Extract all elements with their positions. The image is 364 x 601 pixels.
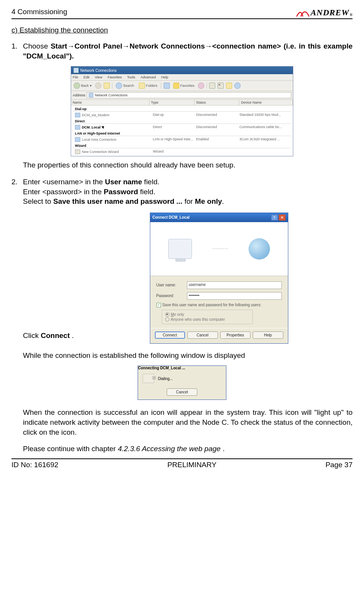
save-scope-group: Me only Anyone who uses this computer: [162, 310, 253, 324]
connection-icon: [75, 125, 80, 130]
username-input[interactable]: username: [187, 281, 282, 289]
address-input[interactable]: Network Connections: [87, 92, 291, 98]
while-connecting-text: While the connection is established the …: [11, 351, 353, 361]
menu-tools[interactable]: Tools: [127, 75, 135, 79]
menu-file[interactable]: File: [73, 75, 78, 79]
back-button[interactable]: Back ▾: [73, 82, 93, 89]
menu-edit[interactable]: Edit: [84, 75, 90, 79]
path-start: Start→Control Panel→Network Connections→…: [23, 42, 353, 60]
logo-trademark-icon: ®: [350, 13, 353, 17]
search-icon: [116, 83, 122, 89]
back-icon: [74, 83, 80, 89]
window-title: Network Connections: [80, 68, 117, 73]
properties-icon[interactable]: [226, 83, 232, 89]
section-heading: c) Establishing the connection: [11, 26, 353, 34]
menu-favorites[interactable]: Favorites: [107, 75, 122, 79]
chapter-label: 4 Commissioning: [11, 8, 67, 18]
save-credentials-checkbox[interactable]: ✓: [156, 303, 161, 307]
step-2: 2. Enter <username> in the User name fie…: [11, 177, 353, 206]
connection-row[interactable]: New Connection WizardWizard: [71, 148, 293, 154]
page-number: Page 37: [325, 461, 353, 469]
col-name[interactable]: Name: [71, 100, 150, 105]
connecting-cancel-button[interactable]: Cancel: [167, 388, 197, 396]
col-device[interactable]: Device Name: [239, 100, 293, 105]
step-number: 1.: [11, 41, 23, 61]
dialog-title: Connect DCM_Local: [153, 215, 190, 219]
step-2-body: Enter <username> in the User name field.…: [23, 177, 353, 206]
help-window-button[interactable]: ?: [271, 214, 278, 221]
network-connections-window: Network Connections File Edit View Favor…: [71, 66, 293, 156]
success-paragraph: When the connection is successful an ico…: [11, 408, 353, 437]
close-window-button[interactable]: ✕: [279, 214, 286, 221]
connect-button[interactable]: Connect: [155, 331, 185, 339]
connecting-title: Connecting DCM_Local ...: [138, 366, 185, 370]
address-label: Address: [73, 93, 85, 97]
col-type[interactable]: Type: [150, 100, 195, 105]
connection-row[interactable]: DCM_via_ModemDial-upDisconnectedStandard…: [71, 112, 293, 118]
radio-me-only[interactable]: [165, 312, 169, 317]
mouse-cursor-icon: [102, 125, 105, 129]
favorites-button[interactable]: Favorites: [172, 82, 196, 89]
modem-icon: [143, 374, 154, 383]
menu-bar[interactable]: File Edit View Favorites Tools Advanced …: [71, 74, 293, 81]
connecting-status: Dialing...: [158, 377, 173, 381]
connection-icon: [75, 137, 80, 142]
history-icon[interactable]: [198, 83, 204, 89]
connect-dialog: Connect DCM_Local ? ✕ User name: usernam…: [150, 213, 288, 344]
up-icon[interactable]: [104, 83, 110, 89]
connection-icon: [75, 113, 80, 117]
doc-id: ID No: 161692: [11, 461, 58, 469]
properties-button[interactable]: Properties: [220, 331, 251, 339]
dialog-hero-image: [150, 222, 288, 276]
group-heading: LAN or High-Speed Internet: [73, 130, 291, 136]
star-icon: [173, 83, 179, 89]
app-icon: [73, 68, 79, 73]
delete-icon[interactable]: ✕: [218, 83, 224, 89]
list-header: Name Type Status Device Name: [71, 100, 293, 106]
cancel-button[interactable]: Cancel: [187, 331, 218, 339]
radio-me-only-label: Me only: [171, 312, 184, 317]
go-icon[interactable]: [234, 83, 240, 89]
group-heading: Wizard: [73, 142, 291, 148]
continue-line: Please continue with chapter 4.2.3.6 Acc…: [11, 444, 353, 454]
doc-status: PRELIMINARY: [167, 461, 216, 469]
password-input[interactable]: ••••••••: [187, 292, 282, 300]
group-heading: Dial-up: [73, 106, 291, 112]
group-heading: Direct: [73, 118, 291, 124]
step-number: 2.: [11, 177, 23, 206]
properties-note: The properties of this connection should…: [11, 160, 353, 170]
folders-button[interactable]: Folders: [138, 82, 159, 89]
toolbar: Back ▾ Search Folders Favorites ✕: [71, 81, 293, 91]
search-button[interactable]: Search: [115, 82, 135, 89]
connection-icon: [75, 149, 80, 154]
page-footer: ID No: 161692 PRELIMINARY Page 37: [11, 458, 353, 469]
save-credentials-label: Save this user name and password for the…: [162, 303, 262, 307]
menu-help[interactable]: Help: [161, 75, 168, 79]
password-label: Password:: [156, 294, 187, 298]
radio-anyone[interactable]: [165, 317, 169, 322]
click-label: Click: [23, 331, 41, 339]
dialog-buttons: Connect Cancel Properties Help: [150, 328, 288, 343]
menu-advanced[interactable]: Advanced: [140, 75, 156, 79]
logo-swoosh-icon: [296, 9, 310, 18]
connecting-dialog: Connecting DCM_Local ... Dialing... Canc…: [138, 365, 226, 400]
mail-icon[interactable]: [209, 83, 215, 89]
logo-text: ANDREW: [310, 8, 349, 18]
folders-icon: [139, 83, 145, 89]
location-icon: [89, 93, 93, 97]
help-button[interactable]: Help: [253, 331, 283, 339]
col-status[interactable]: Status: [195, 100, 240, 105]
radio-anyone-label: Anyone who uses this computer: [171, 317, 225, 322]
click-connect-word: Connect: [41, 331, 70, 339]
connection-row[interactable]: DCM_LocalDirectDisconnectedCommunication…: [71, 124, 293, 130]
connecting-titlebar: Connecting DCM_Local ...: [138, 366, 226, 370]
computer-icon: [168, 239, 192, 259]
views-icon[interactable]: [164, 83, 170, 89]
connection-list: Dial-upDCM_via_ModemDial-upDisconnectedS…: [71, 106, 293, 156]
menu-view[interactable]: View: [95, 75, 102, 79]
dialog-titlebar: Connect DCM_Local ? ✕: [150, 213, 288, 222]
connection-row[interactable]: Local Area ConnectionLAN or High-Speed I…: [71, 136, 293, 142]
step-1: 1. Choose Start→Control Panel→Network Co…: [11, 41, 353, 61]
forward-icon[interactable]: [95, 83, 101, 89]
address-bar: Address Network Connections: [71, 91, 293, 100]
